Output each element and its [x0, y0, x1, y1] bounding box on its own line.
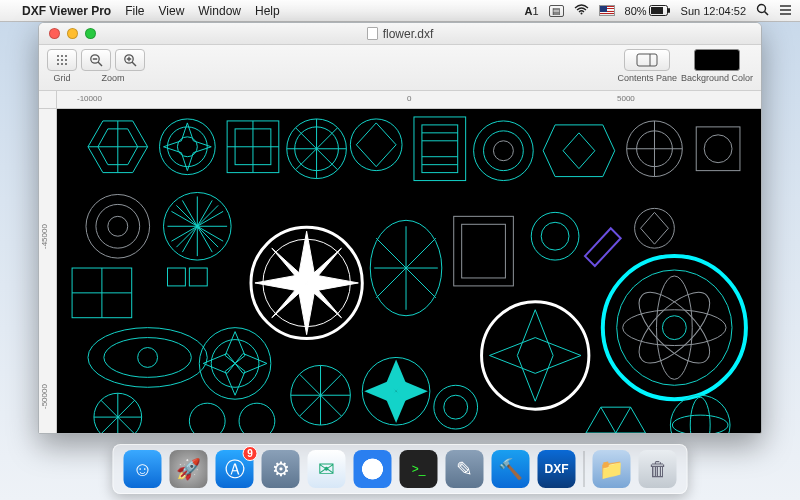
ruler-v-tick: -45000 [40, 224, 49, 249]
dock-trash[interactable]: 🗑 [639, 450, 677, 488]
svg-point-130 [444, 395, 468, 419]
toolbar-left-group: Grid Zoom [47, 49, 145, 83]
dock-mail[interactable]: ✉ [308, 450, 346, 488]
notification-center-icon[interactable] [779, 4, 792, 18]
svg-point-93 [603, 256, 746, 399]
ruler-v-tick: -50000 [40, 384, 49, 409]
vertical-ruler[interactable]: -45000 -50000 [39, 109, 57, 433]
svg-marker-115 [203, 353, 235, 373]
svg-point-13 [61, 59, 63, 61]
dock-launchpad[interactable]: 🚀 [170, 450, 208, 488]
grid-label: Grid [53, 73, 70, 83]
svg-point-118 [239, 403, 275, 433]
svg-point-129 [434, 385, 478, 429]
svg-point-12 [57, 59, 59, 61]
svg-point-135 [672, 415, 728, 433]
svg-rect-70 [167, 268, 185, 286]
svg-rect-3 [668, 8, 670, 13]
svg-point-104 [104, 338, 191, 378]
menu-window[interactable]: Window [198, 4, 241, 18]
svg-point-99 [662, 316, 686, 340]
grid-button[interactable] [47, 49, 77, 71]
menu-help[interactable]: Help [255, 4, 280, 18]
contents-pane-tool: Contents Pane [617, 49, 677, 83]
svg-point-62 [704, 135, 732, 163]
svg-rect-87 [454, 216, 514, 286]
macos-menubar: DXF Viewer Pro File View Window Help A1 … [0, 0, 800, 22]
svg-point-96 [656, 276, 692, 379]
dock-sysprefs[interactable]: ⚙ [262, 450, 300, 488]
svg-rect-88 [462, 224, 506, 278]
dock-dxf-viewer[interactable]: DXF [538, 450, 576, 488]
svg-point-64 [96, 204, 140, 248]
menu-file[interactable]: File [125, 4, 144, 18]
svg-marker-56 [563, 133, 595, 169]
menubar-clock[interactable]: Sun 12:04:52 [681, 5, 746, 17]
dock-app-store[interactable]: Ⓐ9 [216, 450, 254, 488]
toolbar: Grid Zoom Contents Pane Background Color [39, 45, 761, 91]
dock-notes[interactable]: ✎ [446, 450, 484, 488]
svg-marker-101 [517, 310, 553, 401]
text-input-icon[interactable]: ▤ [549, 5, 564, 17]
zoom-tool: Zoom [81, 49, 145, 83]
dxf-drawing [57, 109, 761, 433]
svg-point-44 [350, 119, 402, 171]
contents-pane-label: Contents Pane [617, 73, 677, 83]
wifi-icon[interactable] [574, 4, 589, 17]
ruler-corner [39, 91, 57, 109]
svg-marker-92 [641, 212, 669, 244]
svg-point-95 [623, 310, 726, 346]
app-window: flower.dxf Grid Zoom [38, 22, 762, 434]
svg-marker-102 [490, 338, 581, 374]
zoom-in-button[interactable] [115, 49, 145, 71]
svg-point-94 [617, 270, 732, 385]
dock-xcode[interactable]: 🔨 [492, 450, 530, 488]
svg-point-89 [531, 212, 579, 260]
grid-tool: Grid [47, 49, 77, 83]
svg-point-9 [57, 55, 59, 57]
menu-view[interactable]: View [159, 4, 185, 18]
svg-point-100 [482, 302, 589, 409]
svg-line-22 [132, 62, 136, 66]
svg-rect-61 [696, 127, 740, 171]
dock-terminal[interactable]: >_ [400, 450, 438, 488]
battery-status[interactable]: 80% [625, 5, 671, 17]
battery-percent-label: 80% [625, 5, 647, 17]
zoom-out-button[interactable] [81, 49, 111, 71]
spotlight-search-icon[interactable] [756, 3, 769, 18]
window-title-text: flower.dxf [383, 27, 434, 41]
svg-point-17 [65, 63, 67, 65]
drawing-canvas[interactable] [57, 109, 761, 433]
svg-point-15 [57, 63, 59, 65]
svg-marker-113 [225, 332, 245, 364]
dock-downloads[interactable]: 📁 [593, 450, 631, 488]
svg-point-11 [65, 55, 67, 57]
adobe-status-icon[interactable]: A1 [524, 5, 538, 17]
dock-dxf-label: DXF [545, 462, 569, 476]
window-titlebar[interactable]: flower.dxf [39, 23, 761, 45]
svg-point-65 [108, 216, 128, 236]
svg-rect-25 [637, 54, 657, 66]
svg-point-0 [580, 13, 582, 15]
dock: ☺ 🚀 Ⓐ9 ⚙ ✉ ✦ >_ ✎ 🔨 DXF 📁 🗑 [113, 444, 688, 494]
dock-safari[interactable]: ✦ [354, 450, 392, 488]
svg-point-16 [61, 63, 63, 65]
document-icon [367, 27, 378, 40]
svg-point-105 [138, 348, 158, 368]
svg-marker-114 [225, 363, 245, 395]
svg-point-103 [88, 328, 207, 388]
ruler-h-tick: 5000 [617, 94, 635, 103]
svg-line-132 [601, 407, 616, 433]
svg-marker-131 [586, 407, 646, 433]
input-source-flag-icon[interactable] [599, 5, 615, 16]
contents-pane-button[interactable] [624, 49, 670, 71]
svg-point-33 [177, 137, 197, 157]
zoom-label: Zoom [101, 73, 124, 83]
dock-finder[interactable]: ☺ [124, 450, 162, 488]
ruler-h-tick: -10000 [77, 94, 102, 103]
app-name[interactable]: DXF Viewer Pro [22, 4, 111, 18]
background-color-swatch[interactable] [694, 49, 740, 71]
horizontal-ruler[interactable]: -10000 0 5000 [57, 91, 761, 109]
background-color-tool: Background Color [681, 49, 753, 83]
svg-marker-116 [235, 353, 267, 373]
